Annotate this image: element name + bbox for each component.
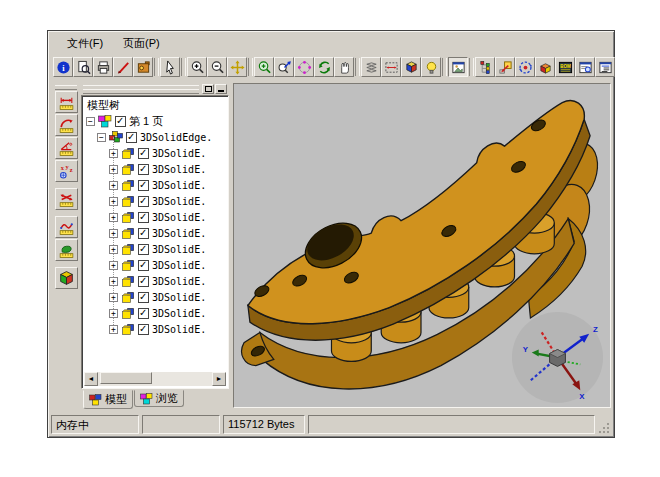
tree-label[interactable]: 3DSolidE. [152, 324, 206, 335]
checkbox-checked-icon[interactable] [138, 324, 149, 335]
expand-icon[interactable]: + [109, 261, 118, 270]
zoom-in-icon[interactable] [187, 57, 207, 77]
checkbox-checked-icon[interactable] [138, 292, 149, 303]
expand-icon[interactable]: + [109, 245, 118, 254]
resize-grip[interactable] [598, 415, 611, 434]
expand-icon[interactable]: + [109, 277, 118, 286]
tree-label[interactable]: 3DSolidE. [152, 276, 206, 287]
tree-row-part[interactable]: + 3DSolidE. [84, 257, 226, 273]
info-icon[interactable]: i [53, 57, 73, 77]
rotate-ring-icon[interactable] [294, 57, 314, 77]
checkbox-checked-icon[interactable] [138, 164, 149, 175]
tree-row-part[interactable]: + 3DSolidE. [84, 177, 226, 193]
expand-icon[interactable]: + [109, 309, 118, 318]
tree-row-part[interactable]: + 3DSolidE. [84, 209, 226, 225]
zoom-window-icon[interactable] [254, 57, 274, 77]
expand-icon[interactable]: + [109, 229, 118, 238]
scrollbar-track[interactable] [98, 372, 212, 386]
tree-label[interactable]: 3DSolidE. [152, 244, 206, 255]
expand-icon[interactable]: + [109, 149, 118, 158]
toolbar-grip[interactable] [55, 85, 77, 90]
expand-icon[interactable]: + [109, 165, 118, 174]
zoom-dynamic-icon[interactable] [274, 57, 294, 77]
checkbox-checked-icon[interactable] [138, 308, 149, 319]
viewport-3d[interactable]: Z X Y [233, 83, 611, 408]
light-icon[interactable] [421, 57, 441, 77]
tab-browse[interactable]: 浏览 [134, 390, 184, 407]
orbit-icon[interactable] [515, 57, 535, 77]
checkbox-checked-icon[interactable] [138, 180, 149, 191]
scroll-right-icon[interactable]: ► [212, 372, 226, 386]
tree-row-part[interactable]: + 3DSolidE. [84, 193, 226, 209]
orientation-trackball[interactable]: Z X Y [510, 310, 605, 405]
tree-row-part[interactable]: + 3DSolidE. [84, 225, 226, 241]
expand-icon[interactable]: + [109, 213, 118, 222]
assembly-structure-icon[interactable] [475, 57, 495, 77]
panel-float-button[interactable] [202, 84, 214, 94]
scrollbar-thumb[interactable] [100, 372, 152, 384]
menu-item[interactable]: 页面(P) [115, 35, 168, 52]
expand-icon[interactable]: + [109, 181, 118, 190]
tree-row-assembly[interactable]: − 3DSolidEdge. [84, 129, 226, 145]
refresh-icon[interactable] [314, 57, 334, 77]
print-icon[interactable] [93, 57, 113, 77]
scroll-left-icon[interactable]: ◄ [84, 372, 98, 386]
pan-cross-icon[interactable] [227, 57, 247, 77]
tree-row-page[interactable]: − 第 1 页 [84, 113, 226, 129]
tree-label[interactable]: 3DSolidEdge. [140, 132, 212, 143]
export-part-icon[interactable] [495, 57, 515, 77]
checkbox-checked-icon[interactable] [115, 116, 126, 127]
expand-icon[interactable]: + [109, 325, 118, 334]
checkbox-checked-icon[interactable] [138, 148, 149, 159]
measure-curve-icon[interactable] [55, 216, 78, 238]
tree-row-part[interactable]: + 3DSolidE. [84, 321, 226, 337]
checkbox-checked-icon[interactable] [138, 260, 149, 271]
explode-icon[interactable] [535, 57, 555, 77]
tree-label[interactable]: 3DSolidE. [152, 228, 206, 239]
print-preview-icon[interactable] [73, 57, 93, 77]
collapse-icon[interactable]: − [97, 133, 106, 142]
checkbox-checked-icon[interactable] [126, 132, 137, 143]
tree-label[interactable]: 3DSolidE. [152, 148, 206, 159]
pan-hand-icon[interactable] [334, 57, 354, 77]
cube-3d-icon[interactable] [401, 57, 421, 77]
tree-label[interactable]: 3DSolidE. [152, 212, 206, 223]
select-cursor-icon[interactable] [160, 57, 180, 77]
measure-distance-icon[interactable] [55, 188, 78, 210]
tree-row-part[interactable]: + 3DSolidE. [84, 241, 226, 257]
checkbox-checked-icon[interactable] [138, 244, 149, 255]
bom-icon[interactable]: BOM [555, 57, 575, 77]
tree-row-part[interactable]: + 3DSolidE. [84, 289, 226, 305]
measure-area-icon[interactable] [55, 239, 78, 261]
expand-icon[interactable]: + [109, 293, 118, 302]
snapshot-icon[interactable] [133, 57, 153, 77]
expand-icon[interactable]: + [109, 197, 118, 206]
tree-label[interactable]: 3DSolidE. [152, 180, 206, 191]
tree-row-part[interactable]: + 3DSolidE. [84, 305, 226, 321]
measure-angle-icon[interactable] [55, 137, 78, 159]
measure-radius-icon[interactable] [55, 114, 78, 136]
tree-label[interactable]: 3DSolidE. [152, 308, 206, 319]
tree-label[interactable]: 3DSolidE. [152, 196, 206, 207]
panel-grip[interactable] [81, 83, 229, 95]
tree-label[interactable]: 3DSolidE. [152, 292, 206, 303]
image-window-icon[interactable] [448, 57, 468, 77]
tree-row-part[interactable]: + 3DSolidE. [84, 145, 226, 161]
tree-row-part[interactable]: + 3DSolidE. [84, 273, 226, 289]
checkbox-checked-icon[interactable] [138, 196, 149, 207]
tab-model[interactable]: 模型 [83, 390, 133, 409]
tree-label[interactable]: 3DSolidE. [152, 164, 206, 175]
zoom-out-icon[interactable] [207, 57, 227, 77]
redline-icon[interactable] [113, 57, 133, 77]
measure-coordinate-icon[interactable]: xyz [55, 160, 78, 182]
checkbox-checked-icon[interactable] [138, 276, 149, 287]
menu-item[interactable]: 文件(F) [59, 35, 111, 52]
measure-volume-icon[interactable] [55, 267, 78, 289]
measure-length-icon[interactable] [55, 91, 78, 113]
outline-tree-icon[interactable] [595, 57, 615, 77]
layers-icon[interactable] [361, 57, 381, 77]
dimension-format-icon[interactable] [381, 57, 401, 77]
collapse-icon[interactable]: − [86, 117, 95, 126]
tree-row-part[interactable]: + 3DSolidE. [84, 161, 226, 177]
panel-hide-button[interactable] [215, 84, 227, 94]
